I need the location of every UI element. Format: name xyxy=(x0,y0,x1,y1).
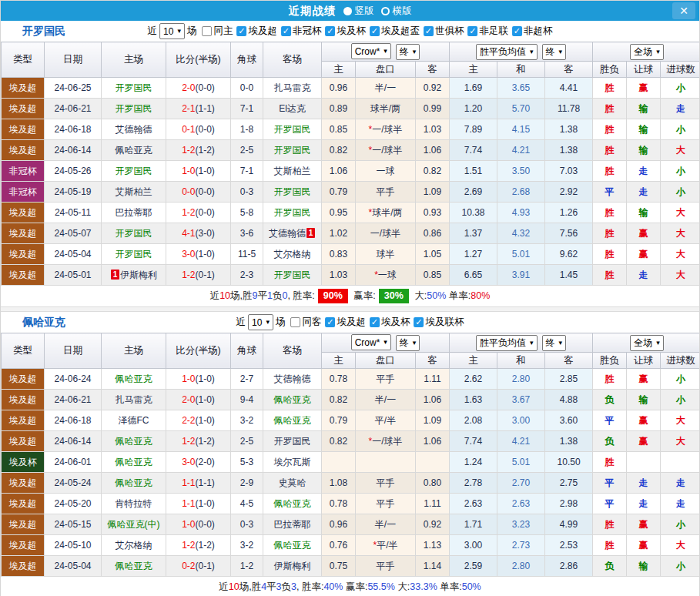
avg-draw-cell: 3.00 xyxy=(497,410,545,431)
avg-draw-cell: 2.73 xyxy=(497,535,545,556)
league-type-cell: 埃及超 xyxy=(2,369,45,390)
title-bar: 近期战绩 竖版 横版 ✕ xyxy=(1,1,699,21)
same-venue-checkbox[interactable] xyxy=(202,26,212,36)
same-venue-label: 同主 xyxy=(213,25,233,38)
handicap-result-cell xyxy=(627,452,661,473)
summary-part: , 胜率: xyxy=(296,581,323,592)
odds-final-select[interactable]: 终▾ xyxy=(396,335,420,351)
avg-draw-cell: 5.01 xyxy=(497,244,545,265)
league-checkbox[interactable]: ✓ xyxy=(424,26,434,36)
avg-home-cell: 1.37 xyxy=(450,223,497,244)
chevron-down-icon: ▾ xyxy=(559,49,563,55)
avg-type-select[interactable]: 胜平负均值▾ xyxy=(476,44,538,60)
avg-draw-cell: 3.65 xyxy=(497,78,545,99)
corner-cell: 3-6 xyxy=(231,223,263,244)
league-type-cell: 埃及超 xyxy=(2,244,45,265)
away-team-cell: 艾尔格纳 xyxy=(263,244,322,265)
league-type-cell: 埃及超 xyxy=(2,119,45,140)
league-checkbox[interactable]: ✓ xyxy=(325,317,335,327)
league-checkbox[interactable]: ✓ xyxy=(325,26,335,36)
sub-col-header: 客 xyxy=(416,62,450,78)
league-type-cell: 埃及超 xyxy=(2,78,45,99)
summary-part: 30% xyxy=(379,289,409,303)
score-cell: 0-1(0-0) xyxy=(166,119,231,140)
date-cell: 24-06-14 xyxy=(45,431,102,452)
close-button[interactable]: ✕ xyxy=(672,2,695,19)
league-type-cell: 埃及超 xyxy=(2,556,45,577)
summary-part: 大: xyxy=(395,581,410,592)
match-count-select[interactable]: 10▾ xyxy=(159,23,185,39)
scope-group-header: 全场▾ xyxy=(593,42,700,62)
match-row: 埃及超24-05-07开罗国民4-1(3-0)3-6艾德翰德11.02一/球半0… xyxy=(2,223,700,244)
avg-draw-cell: 4.21 xyxy=(497,431,545,452)
goals-result-cell: 大 xyxy=(661,431,700,452)
home-team-cell: 佩哈亚克 xyxy=(102,556,166,577)
record-summary: 近10场,胜4平3负3, 胜率:40% 赢率:55.5% 大:33.3% 单率:… xyxy=(1,577,699,596)
radio-vertical-layout[interactable]: 竖版 xyxy=(343,5,374,18)
same-venue-checkbox[interactable] xyxy=(290,317,300,327)
avg-away-cell: 11.78 xyxy=(545,99,593,119)
home-team-cell: 佩哈亚克 xyxy=(102,431,166,452)
scope-select[interactable]: 全场▾ xyxy=(630,44,664,60)
league-checkbox[interactable]: ✓ xyxy=(512,26,522,36)
odds-home-cell: 0.79 xyxy=(322,182,356,203)
home-team-cell: 佩哈亚克(中) xyxy=(102,514,166,535)
fulltime-score: 0-0 xyxy=(182,186,195,197)
home-team-cell: 艾尔格纳 xyxy=(102,535,166,556)
col-header: 类型 xyxy=(2,333,45,369)
avg-away-cell: 2.75 xyxy=(545,473,593,494)
away-team-cell: El达克 xyxy=(263,99,322,119)
odds-away-cell: 1.06 xyxy=(416,431,450,452)
avg-type-select[interactable]: 胜平负均值▾ xyxy=(476,335,538,351)
red-card-badge: 1 xyxy=(306,228,315,238)
league-checkbox[interactable]: ✓ xyxy=(281,26,291,36)
table-head: 类型日期主场比分(半场)角球客场Crow*▾终▾胜平负均值▾终▾全场▾主盘口客主… xyxy=(2,42,700,78)
col-header: 客场 xyxy=(263,333,322,369)
home-team-cell: 佩哈亚克 xyxy=(102,140,166,161)
chevron-down-icon: ▾ xyxy=(559,340,563,347)
avg-draw-cell: 4.32 xyxy=(497,223,545,244)
score-cell: 1-0(0-0) xyxy=(166,514,231,535)
fulltime-score: 4-1 xyxy=(182,228,195,239)
odds-company-select[interactable]: Crow*▾ xyxy=(351,43,391,59)
away-team-cell: 史莫哈 xyxy=(263,473,322,494)
avg-final-select[interactable]: 终▾ xyxy=(542,335,567,351)
match-count-select[interactable]: 10▾ xyxy=(248,314,273,330)
scope-select[interactable]: 全场▾ xyxy=(630,335,664,351)
odds-away-cell xyxy=(416,452,450,473)
avg-away-cell: 1.38 xyxy=(545,431,593,452)
avg-home-cell: 1.71 xyxy=(450,514,497,535)
league-type-cell: 埃及超 xyxy=(2,223,45,244)
league-type-cell: 埃及超 xyxy=(2,99,45,119)
handicap-result-cell: 赢 xyxy=(627,369,661,390)
home-team-name: 开罗国民 xyxy=(116,228,152,239)
date-cell: 24-06-18 xyxy=(45,119,102,140)
avg-away-cell: 2.53 xyxy=(545,535,593,556)
result-cell: 平 xyxy=(593,473,627,494)
team-name: 佩哈亚克 xyxy=(22,316,65,330)
away-team-name: El达克 xyxy=(279,103,306,114)
league-checkbox[interactable]: ✓ xyxy=(370,26,380,36)
score-cell: 1-2(1-2) xyxy=(166,431,231,452)
odds-company-select[interactable]: Crow*▾ xyxy=(351,334,391,350)
avg-home-cell: 2.08 xyxy=(450,410,497,431)
odds-home-cell: 0.95 xyxy=(322,203,356,223)
handicap-cell: *一/球半 xyxy=(356,140,416,161)
date-cell: 24-06-25 xyxy=(45,78,102,99)
radio-horizontal-layout[interactable]: 横版 xyxy=(381,5,412,18)
summary-part: 场,胜 xyxy=(239,581,261,592)
league-checkbox[interactable]: ✓ xyxy=(236,26,246,36)
handicap-result-cell: 赢 xyxy=(627,535,661,556)
odds-final-select[interactable]: 终▾ xyxy=(396,44,420,60)
league-checkbox[interactable]: ✓ xyxy=(370,317,380,327)
corner-cell: 5-8 xyxy=(231,203,263,223)
halftime-score: (1-0) xyxy=(196,415,215,426)
league-checkbox[interactable]: ✓ xyxy=(467,26,477,36)
away-team-name: 佩哈亚克 xyxy=(274,498,311,509)
avg-final-select-value: 终 xyxy=(546,45,555,59)
league-checkbox[interactable]: ✓ xyxy=(414,317,424,327)
odds-away-cell: 0.92 xyxy=(416,78,450,99)
halftime-score: (0-0) xyxy=(196,186,215,197)
halftime-score: (3-0) xyxy=(196,228,215,239)
avg-final-select[interactable]: 终▾ xyxy=(542,44,567,60)
